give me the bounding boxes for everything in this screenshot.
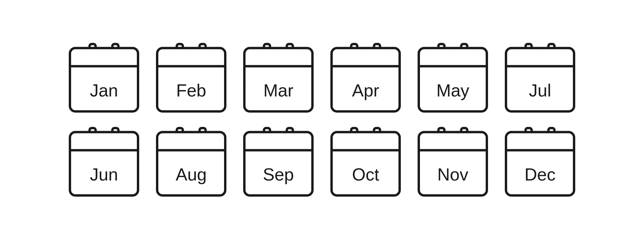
- month-label-may: May: [436, 81, 469, 100]
- svg-rect-32: [506, 48, 574, 112]
- calendar-svg-dec: Dec: [505, 126, 575, 197]
- calendar-icon-oct[interactable]: Oct: [329, 126, 402, 200]
- calendar-svg-apr: Apr: [330, 42, 401, 113]
- calendar-icon-nov[interactable]: Nov: [416, 126, 490, 200]
- svg-rect-68: [506, 132, 574, 196]
- svg-rect-2: [70, 48, 138, 112]
- calendar-svg-aug: Aug: [156, 126, 226, 197]
- calendar-svg-sep: Sep: [243, 126, 314, 197]
- calendar-icon-dec[interactable]: Dec: [503, 126, 577, 200]
- month-label-mar: Mar: [263, 81, 293, 100]
- month-label-jun: Jun: [90, 165, 118, 184]
- month-label-apr: Apr: [352, 81, 379, 100]
- calendar-svg-may: May: [418, 42, 488, 113]
- month-label-aug: Aug: [176, 165, 207, 184]
- svg-rect-38: [70, 132, 138, 196]
- svg-rect-62: [419, 132, 487, 196]
- month-label-dec: Dec: [525, 165, 555, 184]
- calendar-icon-jan[interactable]: Jan: [67, 42, 141, 116]
- calendar-icons-grid: JanFebMarAprMayJulJunAugSepOctNovDec: [40, 29, 604, 213]
- calendar-svg-jul: Jul: [505, 42, 575, 113]
- calendar-svg-feb: Feb: [156, 42, 226, 113]
- svg-rect-20: [332, 48, 400, 112]
- calendar-icon-may[interactable]: May: [416, 42, 490, 116]
- svg-rect-14: [245, 48, 313, 112]
- calendar-svg-jan: Jan: [69, 42, 139, 113]
- svg-rect-26: [419, 48, 487, 112]
- calendar-icon-jun[interactable]: Jun: [67, 126, 141, 200]
- month-label-nov: Nov: [437, 165, 468, 184]
- svg-rect-56: [332, 132, 400, 196]
- calendar-icon-jul[interactable]: Jul: [503, 42, 577, 116]
- calendar-icon-sep[interactable]: Sep: [241, 126, 315, 200]
- calendar-icon-feb[interactable]: Feb: [154, 42, 228, 116]
- calendar-icon-apr[interactable]: Apr: [329, 42, 402, 116]
- svg-rect-8: [157, 48, 225, 112]
- svg-rect-44: [157, 132, 225, 196]
- svg-rect-50: [245, 132, 313, 196]
- calendar-svg-mar: Mar: [243, 42, 314, 113]
- month-label-feb: Feb: [176, 81, 206, 100]
- month-label-jan: Jan: [90, 81, 118, 100]
- calendar-svg-oct: Oct: [330, 126, 401, 197]
- month-label-oct: Oct: [352, 165, 379, 184]
- calendar-icon-aug[interactable]: Aug: [154, 126, 228, 200]
- month-label-jul: Jul: [529, 81, 551, 100]
- calendar-svg-nov: Nov: [418, 126, 488, 197]
- month-label-sep: Sep: [263, 165, 294, 184]
- calendar-icon-mar[interactable]: Mar: [241, 42, 315, 116]
- calendar-svg-jun: Jun: [69, 126, 139, 197]
